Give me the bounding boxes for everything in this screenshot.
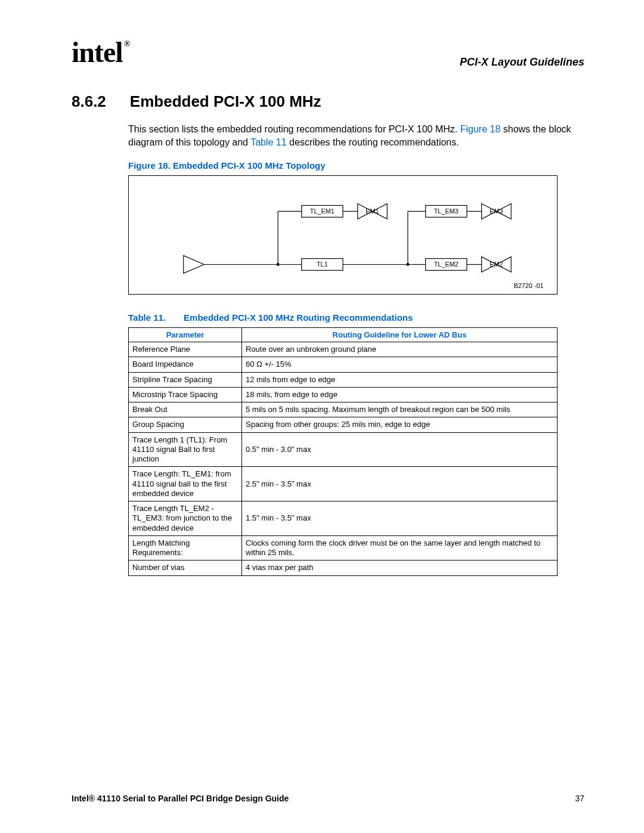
- tl-em3-label: TL_EM3: [434, 208, 459, 215]
- table-row: Microstrip Trace Spacing18 mils, from ed…: [129, 387, 558, 402]
- table-row: Stripline Trace Spacing12 mils from edge…: [129, 372, 558, 387]
- routing-table: Parameter Routing Guideline for Lower AD…: [128, 327, 558, 576]
- param-cell: Trace Length 1 (TL1): From 41110 signal …: [129, 432, 242, 467]
- param-cell: Length Matching Requirements:: [129, 535, 242, 561]
- tl-em1-label: TL_EM1: [310, 208, 335, 215]
- section-title: Embedded PCI-X 100 MHz: [130, 92, 321, 111]
- table-row: Trace Length: TL_EM1: from 41110 signal …: [129, 467, 558, 501]
- table-caption-label: Table 11.: [128, 312, 166, 323]
- table-row: Board Impedance60 Ω +/- 15%: [129, 357, 558, 372]
- figure-link[interactable]: Figure 18: [460, 124, 501, 134]
- em2-label: EM2: [490, 261, 503, 268]
- em1-label: EM1: [366, 208, 379, 215]
- figure-caption: Figure 18. Embedded PCI-X 100 MHz Topolo…: [128, 160, 584, 171]
- table-header-row: Parameter Routing Guideline for Lower AD…: [129, 328, 558, 342]
- value-cell: 60 Ω +/- 15%: [242, 357, 558, 372]
- value-cell: 2.5" min - 3.5" max: [242, 467, 558, 501]
- param-cell: Stripline Trace Spacing: [129, 372, 242, 387]
- section-heading: 8.6.2 Embedded PCI-X 100 MHz: [72, 92, 584, 111]
- intro-post: describes the routing recommendations.: [287, 137, 459, 147]
- em3-label: EM3: [490, 208, 503, 215]
- registered-mark: ®: [124, 39, 129, 48]
- svg-point-4: [277, 263, 280, 266]
- footer-title: Intel® 41110 Serial to Parallel PCI Brid…: [72, 794, 289, 803]
- driver-icon: [184, 256, 205, 274]
- diagram-svg: TL1 TL_EM1 EM1 TL_EM3 EM3 TL_EM2 EM2: [129, 176, 557, 294]
- tl1-label: TL1: [317, 261, 328, 268]
- table-caption: Table 11. Embedded PCI-X 100 MHz Routing…: [128, 312, 584, 323]
- value-cell: 12 mils from edge to edge: [242, 372, 558, 387]
- table-row: Break Out5 mils on 5 mils spacing. Maxim…: [129, 402, 558, 417]
- intro-paragraph: This section lists the embedded routing …: [128, 123, 584, 148]
- param-cell: Trace Length TL_EM2 - TL_EM3: from junct…: [129, 501, 242, 536]
- table-caption-title: Embedded PCI-X 100 MHz Routing Recommend…: [184, 312, 413, 323]
- param-cell: Break Out: [129, 402, 242, 417]
- intel-logo: intel®: [72, 36, 128, 69]
- tl-em2-label: TL_EM2: [434, 261, 459, 268]
- th-guideline: Routing Guideline for Lower AD Bus: [242, 328, 558, 342]
- value-cell: Spacing from other groups: 25 mils min, …: [242, 417, 558, 432]
- param-cell: Trace Length: TL_EM1: from 41110 signal …: [129, 467, 242, 501]
- table-row: Group SpacingSpacing from other groups: …: [129, 417, 558, 432]
- value-cell: 18 mils, from edge to edge: [242, 387, 558, 402]
- page-number: 37: [575, 794, 584, 803]
- param-cell: Board Impedance: [129, 357, 242, 372]
- value-cell: 5 mils on 5 mils spacing. Maximum length…: [242, 402, 558, 417]
- section-number: 8.6.2: [72, 92, 106, 111]
- page-footer: Intel® 41110 Serial to Parallel PCI Brid…: [72, 794, 584, 803]
- table-row: Number of vias4 vias max per path: [129, 561, 558, 575]
- table-row: Trace Length TL_EM2 - TL_EM3: from junct…: [129, 501, 558, 536]
- logo-text: intel: [72, 36, 123, 68]
- header-section-title: PCI-X Layout Guidelines: [460, 56, 584, 69]
- page-header: intel® PCI-X Layout Guidelines: [72, 36, 584, 69]
- table-row: Reference PlaneRoute over an unbroken gr…: [129, 342, 558, 357]
- value-cell: Clocks coming form the clock driver must…: [242, 535, 558, 561]
- value-cell: Route over an unbroken ground plane: [242, 342, 558, 357]
- param-cell: Number of vias: [129, 561, 242, 575]
- table-row: Length Matching Requirements:Clocks comi…: [129, 535, 558, 561]
- value-cell: 0.5" min - 3.0" max: [242, 432, 558, 467]
- topology-diagram: TL1 TL_EM1 EM1 TL_EM3 EM3 TL_EM2 EM2: [128, 175, 558, 295]
- diagram-ref: B2720 -01: [513, 282, 543, 289]
- th-parameter: Parameter: [129, 328, 242, 342]
- param-cell: Reference Plane: [129, 342, 242, 357]
- intro-pre: This section lists the embedded routing …: [128, 124, 460, 134]
- table-link[interactable]: Table 11: [250, 137, 287, 147]
- table-row: Trace Length 1 (TL1): From 41110 signal …: [129, 432, 558, 467]
- value-cell: 1.5" min - 3.5" max: [242, 501, 558, 536]
- param-cell: Microstrip Trace Spacing: [129, 387, 242, 402]
- param-cell: Group Spacing: [129, 417, 242, 432]
- value-cell: 4 vias max per path: [242, 561, 558, 575]
- svg-point-11: [406, 263, 409, 266]
